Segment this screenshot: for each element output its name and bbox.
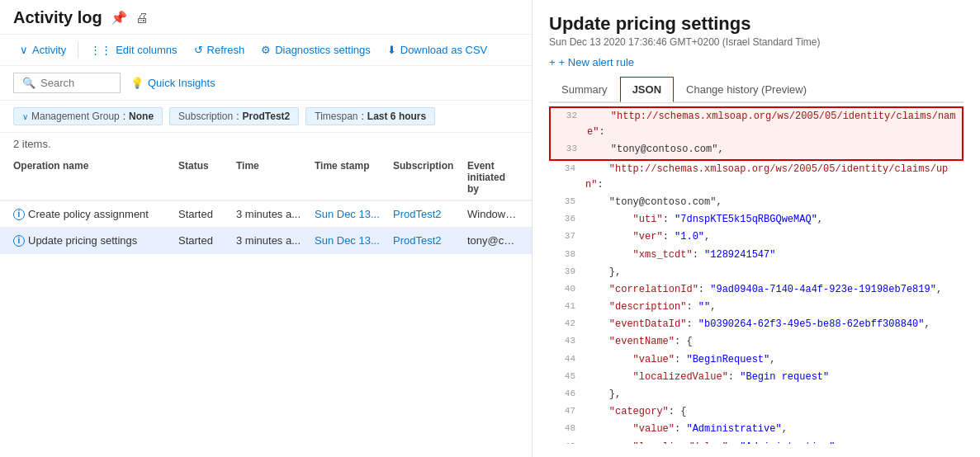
- detail-subtitle: Sun Dec 13 2020 17:36:46 GMT+0200 (Israe…: [549, 36, 963, 48]
- tab-change-history[interactable]: Change history (Preview): [674, 77, 819, 101]
- line-content: "description": "",: [585, 299, 960, 315]
- line-number: 41: [552, 299, 575, 314]
- info-icon: i: [13, 209, 25, 220]
- line-content: "tony@contoso.com",: [585, 195, 960, 210]
- line-number: 34: [552, 162, 575, 177]
- json-line: 44 "value": "BeginRequest",: [549, 351, 963, 369]
- line-number: 47: [552, 404, 575, 419]
- items-count: 2 items.: [0, 133, 532, 155]
- col-header-event: Event initiated by: [467, 160, 518, 195]
- subscription-cell[interactable]: ProdTest2: [393, 234, 467, 247]
- activity-table: Operation name Status Time Time stamp Su…: [0, 155, 532, 254]
- management-group-filter[interactable]: ∨ Management Group : None: [13, 107, 163, 125]
- col-header-subscription: Subscription: [393, 160, 467, 195]
- col-header-timestamp: Time stamp: [315, 160, 393, 195]
- line-content: "eventName": {: [585, 334, 960, 350]
- line-number: 44: [552, 352, 575, 367]
- bulb-icon: 💡: [130, 77, 144, 89]
- pin-icon[interactable]: 📌: [111, 10, 127, 26]
- search-box[interactable]: 🔍: [13, 73, 121, 93]
- json-viewer[interactable]: 32 "http://schemas.xmlsoap.org/ws/2005/0…: [549, 102, 963, 444]
- col-header-time: Time: [236, 160, 315, 195]
- line-number: 46: [552, 387, 575, 402]
- json-line: 42 "eventDataId": "b0390264-62f3-49e5-be…: [549, 316, 963, 333]
- activity-button[interactable]: ∨ Activity: [13, 40, 73, 60]
- line-number: 35: [552, 195, 575, 210]
- print-icon[interactable]: 🖨: [135, 11, 149, 26]
- json-line: 33 "tony@contoso.com",: [549, 141, 963, 160]
- json-line: 41 "description": "",: [549, 299, 963, 316]
- time-cell: 3 minutes a...: [236, 234, 315, 247]
- col-header-operation: Operation name: [13, 160, 178, 195]
- json-line: 36 "uti": "7dnspKTE5k15qRBGQweMAQ",: [549, 211, 963, 228]
- line-content: "value": "BeginRequest",: [585, 352, 960, 368]
- table-row[interactable]: i Create policy assignment Started 3 min…: [0, 201, 532, 228]
- tab-summary[interactable]: Summary: [549, 77, 620, 101]
- info-icon: i: [13, 235, 25, 247]
- line-number: 33: [554, 142, 577, 157]
- toolbar: ∨ Activity ⋮⋮ Edit columns ↺ Refresh ⚙ D…: [0, 35, 532, 66]
- event-cell: Windows Azure Securi...: [467, 208, 518, 220]
- timespan-filter[interactable]: Timespan : Last 6 hours: [305, 107, 435, 125]
- edit-columns-button[interactable]: ⋮⋮ Edit columns: [83, 40, 183, 60]
- json-line: 35 "tony@contoso.com",: [549, 194, 963, 211]
- line-content: "eventDataId": "b0390264-62f3-49e5-be88-…: [585, 317, 960, 332]
- line-number: 39: [552, 265, 575, 280]
- line-content: "http://schemas.xmlsoap.org/ws/2005/05/i…: [587, 109, 959, 140]
- line-content: "ver": "1.0",: [585, 229, 960, 245]
- line-content: },: [585, 265, 960, 280]
- settings-icon: ⚙: [261, 44, 271, 56]
- subscription-filter[interactable]: Subscription : ProdTest2: [169, 107, 299, 125]
- json-line: 45 "localizedValue": "Begin request": [549, 369, 963, 386]
- json-line: 40 "correlationId": "9ad0940a-7140-4a4f-…: [549, 281, 963, 299]
- line-content: "tony@contoso.com",: [587, 142, 959, 158]
- json-line: 47 "category": {: [549, 403, 963, 421]
- line-content: "localizedValue": "Begin request": [585, 370, 960, 385]
- detail-tabs: Summary JSON Change history (Preview): [549, 77, 963, 102]
- chevron-down-icon: ∨: [20, 44, 28, 56]
- line-content: "xms_tcdt": "1289241547": [585, 247, 960, 263]
- time-cell: 3 minutes a...: [236, 208, 315, 220]
- table-header: Operation name Status Time Time stamp Su…: [0, 155, 532, 201]
- quick-insights-button[interactable]: 💡 Quick Insights: [130, 77, 215, 89]
- columns-icon: ⋮⋮: [90, 44, 111, 56]
- line-number: 32: [554, 109, 577, 124]
- line-number: 48: [552, 422, 575, 436]
- refresh-button[interactable]: ↺ Refresh: [187, 40, 252, 60]
- line-number: 43: [552, 334, 575, 349]
- page-header: Activity log 📌 🖨: [0, 0, 532, 35]
- diagnostics-settings-button[interactable]: ⚙ Diagnostics settings: [254, 40, 377, 60]
- timestamp-cell[interactable]: Sun Dec 13...: [315, 208, 393, 220]
- tab-json[interactable]: JSON: [620, 77, 674, 102]
- op-cell: i Update pricing settings: [13, 234, 178, 247]
- download-csv-button[interactable]: ⬇ Download as CSV: [381, 40, 495, 60]
- status-cell: Started: [178, 234, 236, 247]
- json-line: 34 "http://schemas.xmlsoap.org/ws/2005/0…: [549, 161, 963, 194]
- separator: [78, 42, 78, 59]
- json-line: 37 "ver": "1.0",: [549, 228, 963, 246]
- col-header-status: Status: [178, 160, 236, 195]
- search-input[interactable]: [40, 77, 115, 89]
- line-content: "correlationId": "9ad0940a-7140-4a4f-923…: [585, 282, 960, 298]
- detail-title: Update pricing settings: [549, 13, 963, 35]
- line-number: 42: [552, 317, 575, 332]
- line-content: "value": "Administrative",: [585, 422, 960, 437]
- page-title: Activity log: [13, 8, 102, 27]
- json-line: 32 "http://schemas.xmlsoap.org/ws/2005/0…: [549, 106, 963, 141]
- json-line: 39 },: [549, 264, 963, 281]
- subscription-cell[interactable]: ProdTest2: [393, 208, 467, 220]
- line-content: "uti": "7dnspKTE5k15qRBGQweMAQ",: [585, 212, 960, 228]
- json-line: 49 "localizedValue": "Administrative": [549, 439, 963, 444]
- json-line: 43 "eventName": {: [549, 333, 963, 351]
- table-row[interactable]: i Update pricing settings Started 3 minu…: [0, 228, 532, 254]
- right-panel: Update pricing settings Sun Dec 13 2020 …: [533, 0, 980, 457]
- line-number: 45: [552, 370, 575, 384]
- plus-icon: +: [549, 56, 556, 68]
- line-number: 40: [552, 282, 575, 297]
- left-panel: Activity log 📌 🖨 ∨ Activity ⋮⋮ Edit colu…: [0, 0, 533, 457]
- op-cell: i Create policy assignment: [13, 208, 178, 220]
- new-alert-rule-button[interactable]: + + New alert rule: [549, 56, 963, 68]
- timestamp-cell[interactable]: Sun Dec 13...: [315, 234, 393, 247]
- status-cell: Started: [178, 208, 236, 220]
- search-bar: 🔍 💡 Quick Insights: [0, 66, 532, 101]
